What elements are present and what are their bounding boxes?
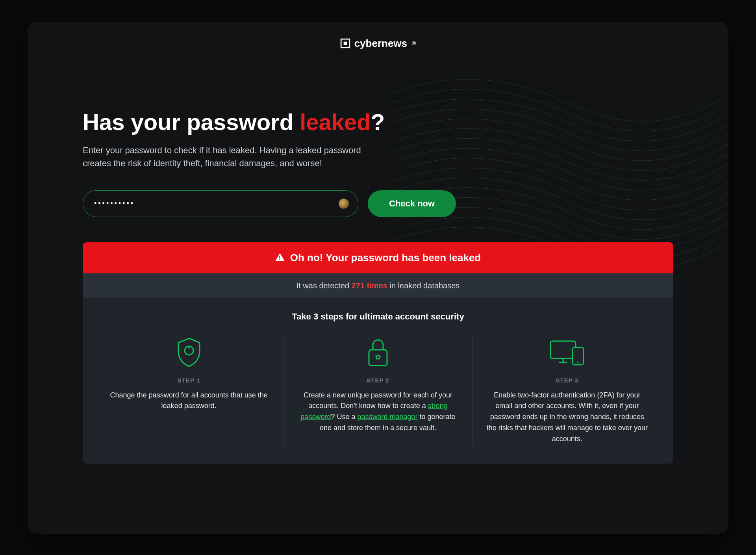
step-2: STEP 2 Create a new unique password for …: [284, 335, 472, 445]
svg-point-8: [577, 362, 579, 363]
brand-suffix: ®: [412, 40, 416, 46]
detection-summary: It was detected 271 times in leaked data…: [83, 273, 673, 298]
warning-icon: [275, 253, 285, 261]
alert-banner: Oh no! Your password has been leaked: [83, 242, 673, 273]
step-label: STEP 1: [108, 377, 270, 384]
svg-rect-3: [369, 350, 387, 366]
leak-count: 271 times: [352, 281, 387, 290]
svg-rect-4: [550, 341, 576, 358]
devices-icon: [486, 335, 648, 369]
toggle-visibility-icon[interactable]: [339, 199, 349, 209]
page-subtitle: Enter your password to check if it has l…: [83, 144, 382, 170]
step-1: STEP 1 Change the password for all accou…: [94, 335, 284, 445]
step-text: Create a new unique password for each of…: [297, 390, 459, 434]
step-label: STEP 2: [297, 377, 459, 384]
brand-name: cybernews: [354, 37, 407, 50]
steps-heading: Take 3 steps for ultimate account securi…: [94, 312, 662, 322]
shield-icon: [108, 335, 270, 369]
search-row: Check now: [83, 190, 673, 217]
step-text: Enable two-factor authentication (2FA) f…: [486, 390, 648, 445]
check-now-button[interactable]: Check now: [368, 190, 456, 217]
app-window: cybernews® Has your password leaked? Ent…: [28, 22, 728, 534]
step-3: STEP 3 Enable two-factor authentication …: [473, 335, 662, 445]
page-title: Has your password leaked?: [83, 109, 673, 135]
alert-message: Oh no! Your password has been leaked: [290, 252, 481, 264]
header: cybernews®: [28, 22, 728, 58]
result-card: Oh no! Your password has been leaked It …: [83, 242, 673, 464]
logo-icon: [340, 38, 350, 48]
steps-container: STEP 1 Change the password for all accou…: [94, 335, 662, 445]
step-text: Change the password for all accounts tha…: [108, 390, 270, 412]
inline-link[interactable]: password manager: [357, 413, 417, 421]
password-input[interactable]: [83, 190, 358, 217]
brand-logo[interactable]: cybernews®: [340, 37, 416, 50]
lock-icon: [297, 335, 459, 369]
step-label: STEP 3: [486, 377, 648, 384]
svg-rect-1: [343, 42, 347, 45]
